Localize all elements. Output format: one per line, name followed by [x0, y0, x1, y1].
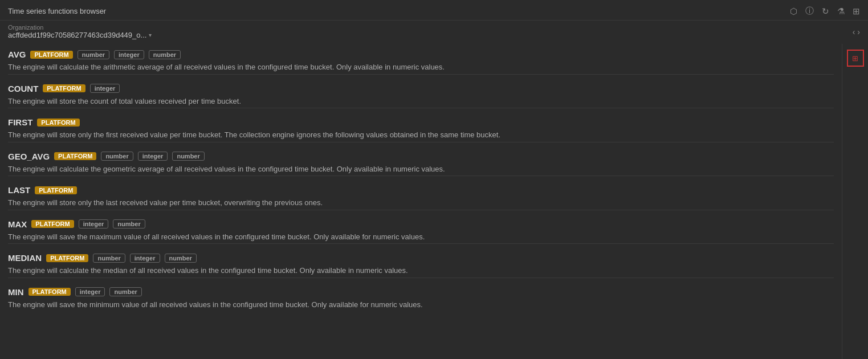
function-name-geo_avg: GEO_AVG: [8, 152, 50, 161]
tag-count-1: integer: [90, 84, 120, 93]
tag-first-0: PLATFORM: [37, 119, 79, 127]
main-content: AVGPLATFORMnumberintegernumberThe engine…: [0, 44, 868, 359]
divider-2: [8, 142, 834, 142]
function-entry-first: FIRSTPLATFORMThe engine will store only …: [8, 117, 834, 142]
function-desc-max: The engine will save the maximum value o…: [8, 231, 834, 243]
function-header-avg: AVGPLATFORMnumberintegernumber: [8, 50, 834, 59]
tag-median-2: integer: [130, 254, 160, 263]
info-icon[interactable]: ⓘ: [805, 6, 814, 17]
function-header-first: FIRSTPLATFORM: [8, 117, 834, 127]
function-desc-count: The engine will store the count of total…: [8, 96, 834, 107]
function-header-median: MEDIANPLATFORMnumberintegernumber: [8, 253, 834, 263]
tag-median-3: number: [165, 254, 197, 263]
divider-1: [8, 108, 834, 108]
tag-avg-0: PLATFORM: [30, 51, 72, 59]
tag-avg-1: number: [78, 50, 109, 59]
content-area[interactable]: AVGPLATFORMnumberintegernumberThe engine…: [0, 44, 842, 359]
right-panel: ⊞: [842, 44, 868, 359]
function-name-last: LAST: [8, 185, 30, 195]
divider-6: [8, 278, 834, 278]
org-selector[interactable]: acffdedd1f99c70586277463cd39d449_o... ▾: [8, 31, 152, 39]
function-name-min: MIN: [8, 287, 24, 297]
tag-max-0: PLATFORM: [31, 220, 74, 228]
tag-geo_avg-0: PLATFORM: [54, 152, 96, 160]
layout-icon[interactable]: ⊞: [853, 6, 860, 17]
tag-max-1: integer: [79, 219, 109, 229]
divider-0: [8, 74, 834, 75]
function-desc-median: The engine will calculate the median of …: [8, 265, 834, 276]
function-name-median: MEDIAN: [8, 253, 42, 263]
title-bar-icons: ⬡ ⓘ ↻ ⚗ ⊞: [790, 6, 860, 17]
function-desc-geo_avg: The engine will calculate the geometric …: [8, 164, 834, 175]
functions-list: AVGPLATFORMnumberintegernumberThe engine…: [8, 50, 834, 310]
divider-5: [8, 243, 834, 244]
function-header-max: MAXPLATFORMintegernumber: [8, 219, 834, 229]
panel-collapse-left-icon[interactable]: ‹: [853, 27, 855, 36]
function-name-max: MAX: [8, 219, 27, 229]
function-entry-last: LASTPLATFORMThe engine will store only t…: [8, 185, 834, 210]
function-entry-count: COUNTPLATFORMintegerThe engine will stor…: [8, 84, 834, 109]
tag-max-2: number: [113, 219, 145, 229]
function-name-avg: AVG: [8, 50, 26, 59]
function-desc-last: The engine will store only the last rece…: [8, 197, 834, 209]
panel-collapse-right-icon[interactable]: ›: [857, 27, 860, 36]
tag-avg-2: integer: [114, 50, 144, 59]
tag-min-0: PLATFORM: [28, 288, 71, 296]
org-value-text: acffdedd1f99c70586277463cd39d449_o...: [8, 31, 146, 39]
function-desc-first: The engine will store only the first rec…: [8, 129, 834, 141]
function-entry-geo_avg: GEO_AVGPLATFORMnumberintegernumberThe en…: [8, 152, 834, 177]
refresh-icon[interactable]: ↻: [822, 6, 829, 17]
tag-median-1: number: [93, 254, 125, 263]
org-chevron-icon: ▾: [149, 32, 152, 38]
tag-last-0: PLATFORM: [35, 186, 77, 194]
divider-4: [8, 210, 834, 210]
function-desc-avg: The engine will calculate the arithmetic…: [8, 62, 834, 73]
function-header-min: MINPLATFORMintegernumber: [8, 287, 834, 297]
function-entry-median: MEDIANPLATFORMnumberintegernumberThe eng…: [8, 253, 834, 278]
divider-3: [8, 176, 834, 176]
function-entry-min: MINPLATFORMintegernumberThe engine will …: [8, 287, 834, 311]
tag-geo_avg-3: number: [172, 152, 204, 161]
org-label: Organization: [8, 24, 152, 31]
tag-min-2: number: [109, 287, 141, 296]
function-header-last: LASTPLATFORM: [8, 185, 834, 195]
function-entry-max: MAXPLATFORMintegernumberThe engine will …: [8, 219, 834, 244]
expand-button[interactable]: ⊞: [847, 50, 864, 67]
org-section: Organization acffdedd1f99c70586277463cd3…: [0, 21, 868, 44]
tag-geo_avg-2: integer: [138, 152, 168, 161]
function-name-count: COUNT: [8, 84, 38, 93]
title-bar: Time series functions browser ⬡ ⓘ ↻ ⚗ ⊞: [0, 0, 868, 21]
window-title: Time series functions browser: [8, 7, 106, 15]
tag-min-1: integer: [75, 287, 105, 296]
function-entry-avg: AVGPLATFORMnumberintegernumberThe engine…: [8, 50, 834, 75]
function-name-first: FIRST: [8, 117, 32, 127]
export-icon[interactable]: ⬡: [790, 6, 797, 17]
tag-avg-3: number: [149, 50, 181, 59]
function-desc-min: The engine will save the minimum value o…: [8, 299, 834, 311]
window: Time series functions browser ⬡ ⓘ ↻ ⚗ ⊞ …: [0, 0, 868, 359]
tag-geo_avg-1: number: [101, 152, 133, 161]
tag-median-0: PLATFORM: [46, 254, 88, 262]
filter-icon[interactable]: ⚗: [837, 6, 845, 17]
tag-count-0: PLATFORM: [43, 84, 85, 92]
function-header-geo_avg: GEO_AVGPLATFORMnumberintegernumber: [8, 152, 834, 161]
function-header-count: COUNTPLATFORMinteger: [8, 84, 834, 93]
